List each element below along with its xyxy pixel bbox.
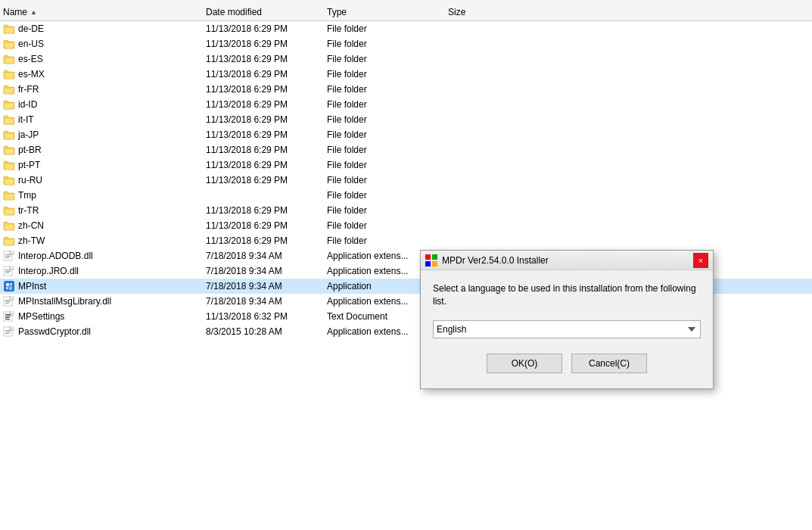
language-select[interactable]: EnglishJapaneseChinese (Simplified)Chine… <box>433 320 701 338</box>
dialog-overlay: MPDr Ver2.54.0.0 Installer × Select a la… <box>0 0 812 530</box>
dialog-titlebar: MPDr Ver2.54.0.0 Installer × <box>421 251 713 270</box>
dialog-buttons: OK(O) Cancel(C) <box>433 351 701 382</box>
dialog-message: Select a language to be used in this ins… <box>433 282 701 308</box>
svg-rect-39 <box>432 261 437 267</box>
dialog-title-left: MPDr Ver2.54.0.0 Installer <box>425 254 549 267</box>
installer-icon <box>425 254 437 267</box>
ok-button[interactable]: OK(O) <box>487 354 562 373</box>
dialog-title-text: MPDr Ver2.54.0.0 Installer <box>442 255 549 266</box>
installer-dialog: MPDr Ver2.54.0.0 Installer × Select a la… <box>420 250 714 389</box>
dialog-body: Select a language to be used in this ins… <box>421 270 713 388</box>
cancel-button[interactable]: Cancel(C) <box>571 354 647 373</box>
svg-rect-36 <box>425 254 431 260</box>
svg-rect-38 <box>425 261 431 267</box>
svg-rect-37 <box>432 254 437 260</box>
dialog-dropdown-row: EnglishJapaneseChinese (Simplified)Chine… <box>433 320 701 338</box>
language-select-wrapper: EnglishJapaneseChinese (Simplified)Chine… <box>433 320 701 338</box>
dialog-close-button[interactable]: × <box>693 253 708 268</box>
